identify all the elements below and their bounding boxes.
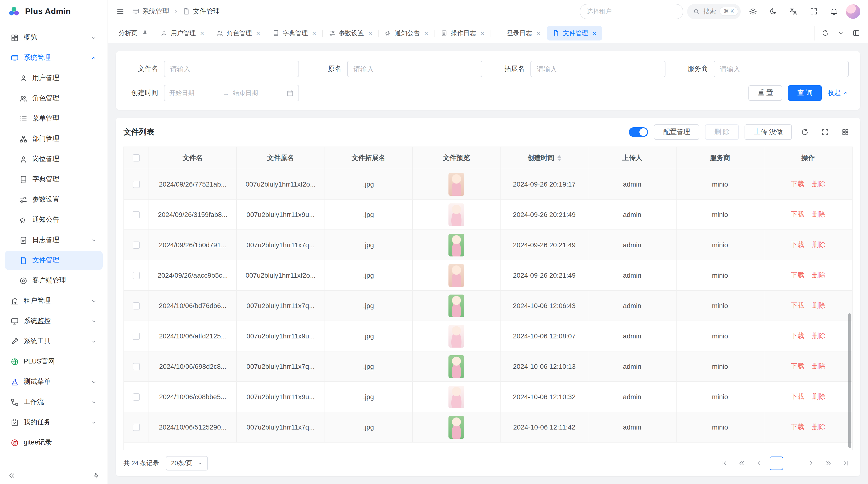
file-preview-thumbnail[interactable] [448, 264, 464, 287]
tab[interactable]: 字典管理 × [267, 26, 322, 40]
sidebar-item[interactable]: 文件管理 [5, 251, 103, 270]
page-number-button[interactable] [787, 456, 801, 470]
row-checkbox[interactable] [133, 241, 140, 249]
language-button[interactable] [785, 3, 802, 20]
download-link[interactable]: 下载 [791, 423, 804, 431]
tab-menu-button[interactable] [833, 26, 848, 40]
tab[interactable]: 用户管理 × [155, 26, 210, 40]
sidebar-item[interactable]: 岗位管理 [5, 150, 103, 169]
delete-link[interactable]: 删除 [812, 301, 826, 310]
row-checkbox[interactable] [133, 181, 140, 188]
config-manage-button[interactable]: 配置管理 [654, 124, 699, 140]
upload-button[interactable]: 上传 没做 [745, 124, 792, 140]
tab[interactable]: 通知公告 × [379, 26, 434, 40]
filter-field-input[interactable] [347, 61, 482, 77]
sidebar-item[interactable]: 通知公告 [5, 210, 103, 229]
sidebar-item[interactable]: 菜单管理 [5, 109, 103, 128]
delete-link[interactable]: 删除 [812, 392, 826, 401]
filter-field-input[interactable] [530, 61, 665, 77]
tab[interactable]: 操作日志 × [435, 26, 490, 40]
column-header[interactable]: 服务商 [676, 147, 764, 169]
sidebar-item[interactable]: 用户管理 [5, 68, 103, 88]
select-all-checkbox[interactable] [133, 154, 140, 161]
delete-link[interactable]: 删除 [812, 332, 826, 340]
download-link[interactable]: 下载 [791, 210, 804, 219]
column-header[interactable]: 文件原名 [237, 147, 325, 169]
sidebar-item[interactable]: PLUS官网 [5, 352, 103, 371]
download-link[interactable]: 下载 [791, 271, 804, 280]
delete-link[interactable]: 删除 [812, 210, 826, 219]
search-button[interactable]: 查 询 [788, 85, 822, 101]
tab[interactable]: 参数设置 × [323, 26, 378, 40]
column-header[interactable]: 文件拓展名 [325, 147, 413, 169]
row-checkbox[interactable] [133, 272, 140, 279]
page-number-button[interactable] [770, 456, 783, 470]
file-preview-thumbnail[interactable] [448, 325, 464, 347]
row-checkbox[interactable] [133, 393, 140, 400]
download-link[interactable]: 下载 [791, 240, 804, 249]
column-settings-button[interactable] [838, 125, 852, 139]
sidebar-collapse-button[interactable] [6, 470, 18, 481]
sidebar-item[interactable]: 系统管理 [5, 48, 103, 67]
close-icon[interactable]: × [536, 30, 540, 36]
close-icon[interactable]: × [480, 30, 484, 36]
download-link[interactable]: 下载 [791, 392, 804, 401]
notifications-button[interactable] [826, 3, 842, 20]
sidebar-item[interactable]: 租户管理 [5, 291, 103, 311]
refresh-tab-button[interactable] [818, 26, 832, 40]
theme-toggle-button[interactable] [765, 3, 781, 20]
file-preview-thumbnail[interactable] [448, 355, 464, 378]
column-header[interactable]: 文件名 [149, 147, 237, 169]
delete-link[interactable]: 删除 [812, 180, 826, 189]
row-checkbox[interactable] [133, 363, 140, 370]
delete-link[interactable]: 删除 [812, 362, 826, 371]
sidebar-item[interactable]: 我的任务 [5, 413, 103, 432]
date-range-picker[interactable]: 开始日期 → 结束日期 [164, 85, 299, 101]
close-icon[interactable]: × [368, 30, 372, 36]
column-header[interactable]: 创建时间 [500, 147, 589, 169]
prev-pages-button[interactable] [735, 456, 748, 470]
sidebar-item[interactable]: 系统工具 [5, 332, 103, 351]
delete-link[interactable]: 删除 [812, 240, 826, 249]
avatar[interactable] [846, 4, 860, 19]
column-header[interactable]: 操作 [764, 147, 852, 169]
sidebar-item[interactable]: 概览 [5, 28, 103, 47]
global-search[interactable]: 搜索 ⌘ K [687, 4, 741, 19]
sidebar-item[interactable]: 日志管理 [5, 230, 103, 250]
file-preview-thumbnail[interactable] [448, 416, 464, 439]
delete-link[interactable]: 删除 [812, 423, 826, 431]
column-header[interactable]: 上传人 [589, 147, 677, 169]
download-link[interactable]: 下载 [791, 362, 804, 371]
next-page-button[interactable] [804, 456, 818, 470]
breadcrumb-item-file[interactable]: 文件管理 [183, 7, 220, 16]
sidebar-item[interactable]: 字典管理 [5, 170, 103, 189]
delete-selected-button[interactable]: 删 除 [705, 124, 739, 140]
row-checkbox[interactable] [133, 332, 140, 340]
layout-button[interactable] [849, 26, 863, 40]
filter-field-input[interactable] [714, 61, 849, 77]
close-icon[interactable]: × [592, 30, 596, 36]
table-fullscreen-button[interactable] [818, 125, 832, 139]
sidebar-item[interactable]: 部门管理 [5, 129, 103, 149]
tab[interactable]: 登录日志 × [491, 26, 546, 40]
sidebar-item[interactable]: 系统监控 [5, 312, 103, 331]
sidebar-item[interactable]: gitee记录 [5, 433, 103, 452]
sidebar-item[interactable]: 工作流 [5, 392, 103, 412]
sidebar-item[interactable]: 客户端管理 [5, 271, 103, 290]
prev-page-button[interactable] [752, 456, 766, 470]
file-preview-thumbnail[interactable] [448, 173, 464, 195]
sort-caret-icon[interactable] [557, 155, 561, 161]
menu-toggle-button[interactable] [112, 3, 128, 20]
filter-field-input[interactable] [164, 61, 299, 77]
tab[interactable]: 角色管理 × [211, 26, 266, 40]
page-size-select[interactable]: 20条/页 [166, 456, 208, 471]
column-header[interactable]: 文件预览 [413, 147, 501, 169]
close-icon[interactable]: × [312, 30, 316, 36]
file-preview-thumbnail[interactable] [448, 385, 464, 408]
toolbar-toggle-switch[interactable] [629, 127, 648, 137]
settings-button[interactable] [745, 3, 761, 20]
refresh-table-button[interactable] [798, 125, 812, 139]
download-link[interactable]: 下载 [791, 180, 804, 189]
tab[interactable]: 文件管理 × [547, 26, 602, 40]
row-checkbox[interactable] [133, 211, 140, 218]
